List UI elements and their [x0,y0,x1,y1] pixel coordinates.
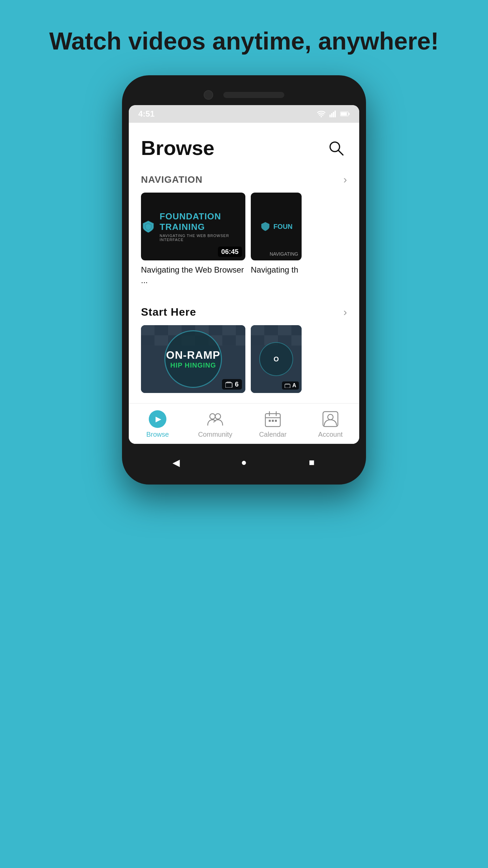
svg-rect-40 [285,384,289,384]
svg-rect-28 [226,382,231,383]
svg-rect-29 [227,381,231,382]
svg-rect-32 [264,325,278,335]
nav-video-title-2: Navigating th [251,264,302,275]
nav-community-label: Community [198,431,232,438]
nav-item-account[interactable]: Account [302,410,359,438]
svg-rect-2 [331,113,332,117]
partial-collection-badge: A [282,381,299,390]
svg-rect-12 [155,325,168,335]
phone-screen: 4:51 [129,105,359,444]
nav-item-calendar[interactable]: Calendar [244,410,302,438]
status-bar: 4:51 [129,105,359,123]
bottom-nav: Browse Community [129,403,359,444]
phone-back-button[interactable]: ◀ [168,454,185,471]
onramp-partial-card[interactable]: O A [251,325,302,393]
collection-count: 6 [235,380,239,388]
nav-browse-label: Browse [146,431,169,438]
svg-point-41 [210,414,215,419]
status-icons [317,111,350,117]
onramp-circle: ON-RAMP HIP HINGING [164,330,222,388]
phone-shell: 4:51 [122,75,366,485]
phone-top-bar [129,82,359,105]
navigation-chevron-icon: › [343,173,347,186]
foundation-logo: FOUNDATION TRAINING NAVIGATING THE WEB B… [141,211,245,242]
svg-line-9 [338,150,343,155]
signal-icon [329,111,336,117]
nav-account-icon [322,410,339,428]
navigation-section-title: NAVIGATION [141,174,203,185]
nav-video-card-1[interactable]: FOUNDATION TRAINING NAVIGATING THE WEB B… [141,193,245,285]
start-here-section: Start Here › [129,302,359,403]
nav-video-title-1: Navigating the Web Browser ... [141,264,245,285]
nav-account-label: Account [318,431,343,438]
svg-rect-34 [291,325,302,335]
app-header: Browse [129,123,359,170]
onramp-label: ON-RAMP [166,349,220,361]
nav-video-thumb-2: FOUN NAVIGATING [251,193,302,260]
svg-rect-20 [155,335,168,346]
svg-rect-27 [225,383,232,388]
onramp-thumb: ON-RAMP HIP HINGING 6 [141,325,245,393]
svg-rect-47 [269,420,271,422]
svg-rect-1 [329,115,331,117]
svg-rect-39 [285,384,290,388]
nav-calendar-label: Calendar [259,431,286,438]
svg-point-42 [215,414,221,419]
svg-rect-4 [334,111,336,117]
phone-home-button[interactable]: ● [236,454,252,471]
start-here-chevron-icon: › [343,306,347,318]
svg-point-51 [328,414,333,420]
foundation-brand-text: FOUNDATION TRAINING [160,211,245,232]
onramp-sublabel: HIP HINGING [170,361,216,369]
nav-item-community[interactable]: Community [186,410,244,438]
nav-video-card-2[interactable]: FOUN NAVIGATING Navigating th [251,193,302,285]
svg-rect-7 [349,113,350,115]
battery-icon [340,111,350,117]
svg-point-0 [321,116,322,117]
start-here-section-header[interactable]: Start Here › [129,302,359,325]
partial-onramp-circle: O [259,342,293,376]
calendar-icon [264,410,282,428]
foundation-sub-text: NAVIGATING THE WEB BROWSER INTERFACE [160,234,245,242]
phone-recent-button[interactable]: ■ [303,454,320,471]
collection-icon [225,381,233,388]
svg-rect-11 [141,325,155,335]
partial-sub-text: NAVIGATING [270,251,298,257]
partial-collection-text: A [292,382,296,389]
nav-video-thumb-1: FOUNDATION TRAINING NAVIGATING THE WEB B… [141,193,245,260]
onramp-partial-thumb: O A [251,325,302,393]
nav-calendar-icon [264,410,282,428]
partial-collection-icon [285,383,291,388]
wifi-icon [317,111,325,117]
navigation-section-header[interactable]: NAVIGATION › [129,170,359,193]
svg-rect-25 [222,335,236,346]
svg-rect-26 [236,335,245,346]
svg-rect-48 [272,420,274,422]
svg-rect-33 [278,325,291,335]
search-icon [327,139,345,157]
status-time: 4:51 [138,109,155,119]
person-icon [322,410,339,428]
svg-rect-18 [236,325,245,335]
svg-rect-49 [275,420,277,422]
svg-rect-3 [333,112,334,117]
search-button[interactable] [325,137,347,159]
phone-speaker [223,92,284,98]
svg-rect-50 [323,412,338,427]
partial-brand-text: FOUN [273,223,293,231]
start-here-title: Start Here [141,306,196,318]
phone-camera [204,90,213,100]
partial-onramp-label: O [273,355,279,363]
nav-item-browse[interactable]: Browse [129,410,186,438]
foundation-shield-icon-partial [260,221,271,232]
svg-rect-38 [291,335,302,346]
navigation-video-row: FOUNDATION TRAINING NAVIGATING THE WEB B… [129,193,359,296]
collection-badge: 6 [222,379,242,390]
svg-rect-6 [341,113,347,116]
app-title: Browse [141,136,215,160]
nav-community-icon [206,410,224,428]
svg-rect-17 [222,325,236,335]
onramp-video-card[interactable]: ON-RAMP HIP HINGING 6 [141,325,245,393]
foundation-shield-icon [141,217,156,236]
svg-rect-35 [251,335,264,346]
